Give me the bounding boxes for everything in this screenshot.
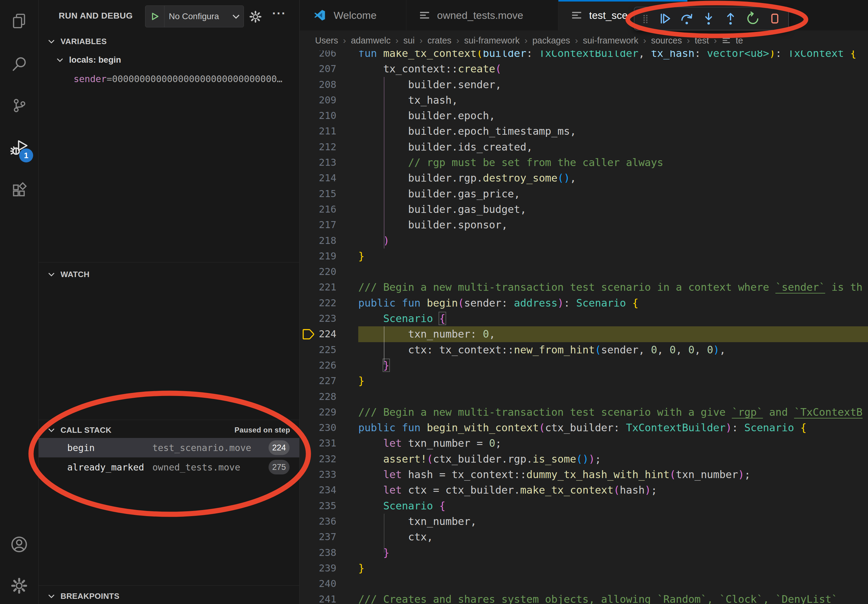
step-out-button[interactable] [722,8,739,29]
line-number-222[interactable]: 222 [300,295,339,311]
debug-config-picker[interactable]: No Configura [145,5,244,27]
breadcrumb-separator: › [419,35,422,46]
code-line-239: } [358,561,868,576]
source-control-icon[interactable] [0,90,38,121]
breadcrumb-item[interactable]: adamwelc [351,36,391,46]
restart-button[interactable] [744,8,761,29]
line-number-229[interactable]: 229 [300,404,339,420]
line-number-211[interactable]: 211 [300,124,339,139]
line-number-224[interactable]: 224 [300,326,339,342]
variables-section-header[interactable]: VARIABLES [39,32,299,51]
line-number-215[interactable]: 215 [300,186,339,201]
line-number-210[interactable]: 210 [300,108,339,124]
line-number-228[interactable]: 228 [300,389,339,404]
call-stack-frame-begin[interactable]: begintest_scenario.move224 [39,438,299,457]
vscode-logo-icon [313,9,326,21]
breadcrumb-item[interactable]: sui-framework [583,36,639,46]
line-number-206[interactable]: 206 [300,51,339,61]
breadcrumb-item[interactable]: crates [427,36,451,46]
explorer-icon[interactable] [0,6,38,36]
code-line-237: ctx, [358,529,868,545]
extensions-icon[interactable] [0,175,38,206]
line-number-235[interactable]: 235 [300,498,339,514]
line-number-212[interactable]: 212 [300,139,339,155]
breadcrumb-item[interactable]: sources [651,36,682,46]
continue-button[interactable] [656,8,673,29]
line-number-213[interactable]: 213 [300,155,339,170]
line-number-219[interactable]: 219 [300,248,339,264]
debug-settings-gear-icon[interactable] [249,10,262,24]
breakpoints-section-header[interactable]: BREAKPOINTS [39,586,299,604]
code-line-208: builder.sender, [358,77,868,93]
line-number-214[interactable]: 214 [300,170,339,186]
line-number-208[interactable]: 208 [300,77,339,93]
line-number-217[interactable]: 217 [300,217,339,233]
breadcrumb-item[interactable]: packages [532,36,570,46]
frame-file: test_scenario.move [152,443,268,453]
line-number-221[interactable]: 221 [300,279,339,295]
line-number-241[interactable]: 241 [300,592,339,604]
variables-scope-row[interactable]: locals: begin [39,51,299,69]
code-line-240 [358,576,868,592]
accounts-icon[interactable] [0,529,38,560]
call-stack-section-header[interactable]: CALL STACK Paused on step [39,420,299,440]
tab-owned-tests-move[interactable]: owned_tests.move [406,0,558,30]
code-line-215: builder.gas_price, [358,186,868,201]
section-divider [39,420,299,420]
code-line-232: assert!(ctx_builder.rgp.is_some()); [358,451,868,467]
more-actions-icon[interactable]: ··· [272,7,286,20]
code-line-225: ctx: tx_context::new_from_hint(sender, 0… [358,342,868,358]
line-number-225[interactable]: 225 [300,342,339,358]
search-icon[interactable] [0,49,38,79]
code-editor[interactable]: 2062072082092102112122132142152162172182… [300,51,868,604]
step-over-button[interactable] [678,8,696,29]
indent-guide [384,514,384,553]
run-and-debug-icon[interactable] [0,133,38,163]
frame-function: already_marked [67,462,152,472]
line-number-230[interactable]: 230 [300,420,339,435]
line-number-239[interactable]: 239 [300,561,339,576]
line-number-209[interactable]: 209 [300,93,339,108]
breadcrumb-item[interactable]: test [694,36,709,46]
code-line-228 [358,389,868,404]
line-number-240[interactable]: 240 [300,576,339,592]
code-line-236: txn_number, [358,514,868,529]
step-into-button[interactable] [700,8,718,29]
code-line-207: tx_context::create( [358,61,868,77]
line-number-232[interactable]: 232 [300,451,339,467]
gripper-handle[interactable] [639,8,651,29]
breadcrumb-file[interactable]: te [736,36,743,46]
tab-welcome[interactable]: Welcome [300,0,406,30]
line-number-223[interactable]: 223 [300,311,339,326]
line-number-238[interactable]: 238 [300,545,339,561]
watch-section-header[interactable]: WATCH [39,265,299,284]
code-line-234: let ctx = ctx_builder.make_tx_context(ha… [358,482,868,498]
line-number-231[interactable]: 231 [300,435,339,451]
line-number-227[interactable]: 227 [300,373,339,389]
breadcrumb-item[interactable]: sui-framework [464,36,519,46]
line-number-233[interactable]: 233 [300,467,339,482]
stop-button[interactable] [766,8,783,29]
config-picker-label: No Configura [164,12,232,21]
line-number-220[interactable]: 220 [300,264,339,279]
line-number-218[interactable]: 218 [300,233,339,248]
indent-guide [384,77,384,248]
line-number-207[interactable]: 207 [300,61,339,77]
move-file-icon [420,12,429,19]
line-number-234[interactable]: 234 [300,482,339,498]
code-line-226: } [358,358,868,373]
code-line-218: ) [358,233,868,248]
line-number-236[interactable]: 236 [300,514,339,529]
line-number-216[interactable]: 216 [300,201,339,217]
variable-row-sender[interactable]: sender = 000000000000000000000000000000… [39,69,299,88]
call-stack-frame-already_marked[interactable]: already_markedowned_tests.move275 [39,457,299,477]
settings-gear-icon[interactable] [0,570,38,601]
breadcrumb-item[interactable]: sui [403,36,415,46]
line-number-226[interactable]: 226 [300,358,339,373]
line-number-237[interactable]: 237 [300,529,339,545]
chevron-down-icon [232,14,243,19]
editor-gutter[interactable]: 2062072082092102112122132142152162172182… [300,51,339,604]
start-debugging-icon[interactable] [146,6,164,27]
section-divider [39,585,299,586]
breadcrumb-item[interactable]: Users [315,36,338,46]
